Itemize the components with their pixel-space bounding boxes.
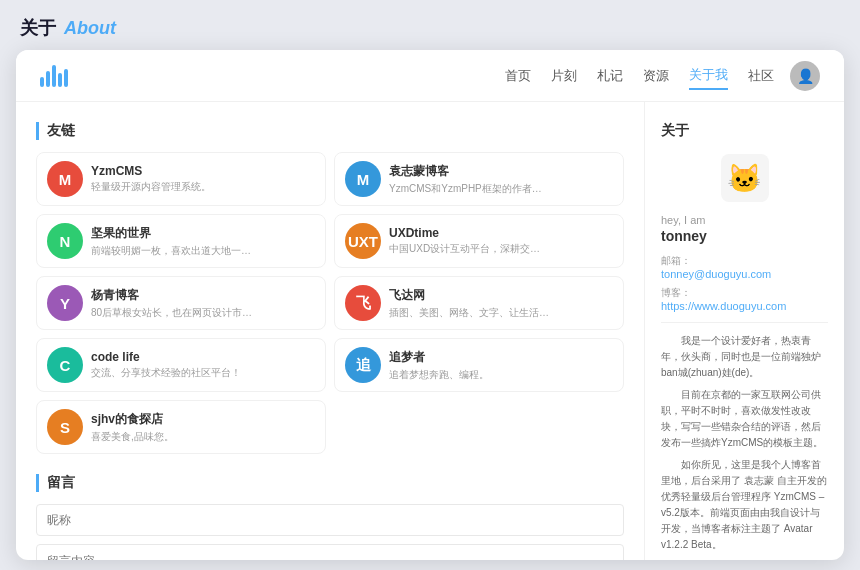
nav-about[interactable]: 关于我 bbox=[689, 62, 728, 90]
about-panel-title: 关于 bbox=[661, 122, 828, 140]
left-panel: 友链 M YzmCMS 轻量级开源内容管理系统。 M 袁志蒙博客 YzmCMS和… bbox=[16, 102, 644, 560]
friend-name: 杨青博客 bbox=[91, 287, 315, 304]
browser-frame: 首页 片刻 札记 资源 关于我 社区 👤 友链 M YzmCMS 轻量级开源内容… bbox=[16, 50, 844, 560]
friends-grid: M YzmCMS 轻量级开源内容管理系统。 M 袁志蒙博客 YzmCMS和Yzm… bbox=[36, 152, 624, 454]
friend-info: UXDtime 中国UXD设计互动平台，深耕交… bbox=[389, 226, 613, 256]
friend-info: 坚果的世界 前端较明媚一枚，喜欢出道大地一… bbox=[91, 225, 315, 258]
logo bbox=[40, 65, 68, 87]
friend-info: 袁志蒙博客 YzmCMS和YzmPHP框架的作者… bbox=[389, 163, 613, 196]
page-title-zh: 关于 bbox=[20, 16, 56, 40]
friend-info: code life 交流、分享技术经验的社区平台！ bbox=[91, 350, 315, 380]
bio-paragraph: 目前在京都的一家互联网公司供职，平时不时时，喜欢做发性改改块，写写一些错杂合结的… bbox=[661, 387, 828, 451]
about-greeting: hey, I am bbox=[661, 214, 828, 226]
about-avatar: 🐱 bbox=[721, 154, 769, 202]
nav-links: 首页 片刻 札记 资源 关于我 社区 bbox=[505, 62, 774, 90]
friend-info: 飞达网 插图、美图、网络、文字、让生活… bbox=[389, 287, 613, 320]
friend-card[interactable]: Y 杨青博客 80后草根女站长，也在网页设计市… bbox=[36, 276, 326, 330]
main-content: 友链 M YzmCMS 轻量级开源内容管理系统。 M 袁志蒙博客 YzmCMS和… bbox=[16, 102, 844, 560]
right-panel: 关于 🐱 hey, I am tonney 邮箱： tonney@duoguyu… bbox=[644, 102, 844, 560]
friend-desc: 轻量级开源内容管理系统。 bbox=[91, 180, 315, 194]
friend-avatar: UXT bbox=[345, 223, 381, 259]
friend-avatar: C bbox=[47, 347, 83, 383]
friend-name: 袁志蒙博客 bbox=[389, 163, 613, 180]
friend-desc: 喜爱美食,品味您。 bbox=[91, 430, 315, 444]
nav-home[interactable]: 首页 bbox=[505, 63, 531, 89]
friend-card[interactable]: N 坚果的世界 前端较明媚一枚，喜欢出道大地一… bbox=[36, 214, 326, 268]
logo-bar-5 bbox=[64, 69, 68, 87]
comment-form: 验证码 提交留言 bbox=[36, 504, 624, 560]
friend-card[interactable]: 追 追梦者 追着梦想奔跑、编程。 bbox=[334, 338, 624, 392]
nav-resources[interactable]: 资源 bbox=[643, 63, 669, 89]
friend-info: YzmCMS 轻量级开源内容管理系统。 bbox=[91, 164, 315, 194]
friend-avatar: 飞 bbox=[345, 285, 381, 321]
friend-name: 追梦者 bbox=[389, 349, 613, 366]
logo-bar-3 bbox=[52, 65, 56, 87]
friend-name: YzmCMS bbox=[91, 164, 315, 178]
friend-name: sjhv的食探店 bbox=[91, 411, 315, 428]
friend-desc: 插图、美图、网络、文字、让生活… bbox=[389, 306, 613, 320]
about-blog-label: 博客： bbox=[661, 286, 828, 300]
friend-desc: 追着梦想奔跑、编程。 bbox=[389, 368, 613, 382]
friend-card[interactable]: 飞 飞达网 插图、美图、网络、文字、让生活… bbox=[334, 276, 624, 330]
page-title-en: About bbox=[64, 18, 116, 39]
friend-desc: 80后草根女站长，也在网页设计市… bbox=[91, 306, 315, 320]
logo-icon bbox=[40, 65, 68, 87]
nav-notes[interactable]: 札记 bbox=[597, 63, 623, 89]
logo-bar-2 bbox=[46, 71, 50, 87]
friend-card[interactable]: UXT UXDtime 中国UXD设计互动平台，深耕交… bbox=[334, 214, 624, 268]
nav-moments[interactable]: 片刻 bbox=[551, 63, 577, 89]
friend-card[interactable]: C code life 交流、分享技术经验的社区平台！ bbox=[36, 338, 326, 392]
friend-avatar: M bbox=[47, 161, 83, 197]
friend-card[interactable]: M YzmCMS 轻量级开源内容管理系统。 bbox=[36, 152, 326, 206]
friend-avatar: S bbox=[47, 409, 83, 445]
friends-section-title: 友链 bbox=[36, 122, 624, 140]
about-bio: 我是一个设计爱好者，热衷青年，伙头商，同时也是一位前端独炉ban城(zhuan)… bbox=[661, 333, 828, 560]
nav-avatar[interactable]: 👤 bbox=[790, 61, 820, 91]
nickname-input[interactable] bbox=[36, 504, 624, 536]
about-name: tonney bbox=[661, 228, 828, 244]
friend-info: 追梦者 追着梦想奔跑、编程。 bbox=[389, 349, 613, 382]
comment-section-title: 留言 bbox=[36, 474, 624, 492]
friend-name: code life bbox=[91, 350, 315, 364]
friend-desc: 中国UXD设计互动平台，深耕交… bbox=[389, 242, 613, 256]
friend-name: 飞达网 bbox=[389, 287, 613, 304]
friend-info: 杨青博客 80后草根女站长，也在网页设计市… bbox=[91, 287, 315, 320]
bio-paragraph: 如你所见，这里是我个人博客首里地，后台采用了 袁志蒙 自主开发的优秀轻量级后台管… bbox=[661, 457, 828, 553]
friend-card[interactable]: M 袁志蒙博客 YzmCMS和YzmPHP框架的作者… bbox=[334, 152, 624, 206]
about-divider bbox=[661, 322, 828, 323]
logo-bar-4 bbox=[58, 73, 62, 87]
about-email-label: 邮箱： bbox=[661, 254, 828, 268]
friend-avatar: M bbox=[345, 161, 381, 197]
bio-paragraph: 当初，早期我只是一位设计爱好者，在单案设计上也有若干的绘画和不足。如果你有一些好… bbox=[661, 559, 828, 560]
friend-info: sjhv的食探店 喜爱美食,品味您。 bbox=[91, 411, 315, 444]
logo-bar-1 bbox=[40, 77, 44, 87]
friend-avatar: N bbox=[47, 223, 83, 259]
comment-section: 留言 验证码 提交留言 bbox=[36, 474, 624, 560]
friend-name: UXDtime bbox=[389, 226, 613, 240]
nav-community[interactable]: 社区 bbox=[748, 63, 774, 89]
friend-desc: 前端较明媚一枚，喜欢出道大地一… bbox=[91, 244, 315, 258]
friend-avatar: Y bbox=[47, 285, 83, 321]
friend-name: 坚果的世界 bbox=[91, 225, 315, 242]
bio-paragraph: 我是一个设计爱好者，热衷青年，伙头商，同时也是一位前端独炉ban城(zhuan)… bbox=[661, 333, 828, 381]
nav-bar: 首页 片刻 札记 资源 关于我 社区 👤 bbox=[16, 50, 844, 102]
about-email-value: tonney@duoguyu.com bbox=[661, 268, 828, 280]
friend-desc: 交流、分享技术经验的社区平台！ bbox=[91, 366, 315, 380]
friend-desc: YzmCMS和YzmPHP框架的作者… bbox=[389, 182, 613, 196]
friend-avatar: 追 bbox=[345, 347, 381, 383]
content-input[interactable] bbox=[36, 544, 624, 560]
friend-card[interactable]: S sjhv的食探店 喜爱美食,品味您。 bbox=[36, 400, 326, 454]
page-header: 关于 About bbox=[0, 0, 860, 50]
about-blog-value: https://www.duoguyu.com bbox=[661, 300, 828, 312]
